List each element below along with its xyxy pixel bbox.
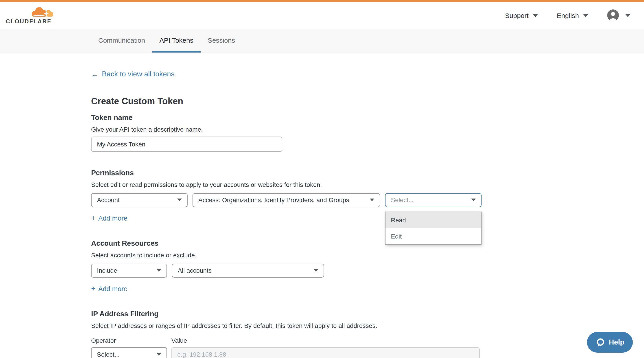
main-content: ← Back to view all tokens Create Custom … <box>0 53 644 358</box>
help-button[interactable]: Help <box>587 332 633 352</box>
cloudflare-cloud-icon <box>30 6 54 18</box>
ip-value-input[interactable] <box>172 347 480 358</box>
language-menu[interactable]: English <box>557 12 588 19</box>
ip-filtering-heading: IP Address Filtering <box>91 309 644 318</box>
chevron-down-icon <box>156 269 161 272</box>
plus-icon: + <box>91 214 96 222</box>
permission-scope-select[interactable]: Account <box>91 193 188 207</box>
account-menu[interactable] <box>607 10 630 21</box>
chevron-down-icon <box>177 199 182 201</box>
help-label: Help <box>609 338 624 346</box>
permissions-add-more-link[interactable]: + Add more <box>91 214 128 222</box>
operator-column: Operator Select... <box>91 337 167 358</box>
user-avatar-icon <box>607 10 619 21</box>
operator-label: Operator <box>91 337 167 344</box>
cloudflare-logo[interactable]: CLOUDFLARE <box>6 6 54 25</box>
token-name-description: Give your API token a descriptive name. <box>91 126 644 133</box>
access-level-value: Select... <box>391 196 414 203</box>
menu-option-read[interactable]: Read <box>386 212 481 228</box>
brand-top-strip <box>0 0 644 2</box>
chevron-down-icon <box>471 199 476 201</box>
add-more-label: Add more <box>98 284 128 292</box>
ip-filtering-section: IP Address Filtering Select IP addresses… <box>91 309 644 358</box>
value-label: Value <box>172 337 480 344</box>
tab-api-tokens[interactable]: API Tokens <box>152 29 200 53</box>
chevron-down-icon <box>314 269 318 272</box>
operator-select[interactable]: Select... <box>91 347 167 358</box>
header: CLOUDFLARE Support English <box>0 2 644 29</box>
accounts-value: All accounts <box>178 267 212 274</box>
account-resources-section: Account Resources Select accounts to inc… <box>91 239 644 293</box>
value-column: Value <box>172 337 480 358</box>
ip-filter-row: Operator Select... Value <box>91 337 644 358</box>
tab-communication[interactable]: Communication <box>91 29 152 53</box>
add-more-label: Add more <box>98 214 128 222</box>
permissions-description: Select edit or read permissions to apply… <box>91 181 644 188</box>
profile-tabbar: Communication API Tokens Sessions <box>0 29 644 53</box>
tab-sessions[interactable]: Sessions <box>200 29 242 53</box>
account-resources-select-row: Include All accounts <box>91 263 644 277</box>
chevron-down-icon <box>583 14 588 17</box>
cloudflare-dashboard-page: CLOUDFLARE Support English <box>0 0 644 358</box>
chevron-down-icon <box>625 14 630 17</box>
back-to-tokens-link[interactable]: ← Back to view all tokens <box>91 70 174 78</box>
permissions-select-row: Account Access: Organizations, Identity … <box>91 193 644 207</box>
access-level-select[interactable]: Select... <box>385 193 482 207</box>
menu-option-edit[interactable]: Edit <box>386 228 481 244</box>
include-exclude-select[interactable]: Include <box>91 263 167 277</box>
accounts-select[interactable]: All accounts <box>172 263 324 277</box>
left-arrow-icon: ← <box>91 70 99 78</box>
permissions-heading: Permissions <box>91 168 644 177</box>
account-resources-add-more-link[interactable]: + Add more <box>91 284 128 292</box>
permission-group-value: Access: Organizations, Identity Provider… <box>198 196 349 203</box>
support-label: Support <box>505 12 529 19</box>
token-name-heading: Token name <box>91 113 644 122</box>
chat-bubble-icon <box>595 337 605 347</box>
access-level-menu: Read Edit <box>385 211 482 245</box>
permissions-section: Permissions Select edit or read permissi… <box>91 168 644 222</box>
chevron-down-icon <box>533 14 538 17</box>
chevron-down-icon <box>370 199 374 201</box>
support-menu[interactable]: Support <box>505 12 538 19</box>
token-name-input[interactable] <box>91 136 282 152</box>
chevron-down-icon <box>156 353 161 355</box>
operator-value: Select... <box>97 350 120 358</box>
plus-icon: + <box>91 284 96 292</box>
token-name-section: Token name Give your API token a descrip… <box>91 113 644 152</box>
page-title: Create Custom Token <box>91 96 644 106</box>
cloudflare-wordmark: CLOUDFLARE <box>6 18 54 25</box>
permission-group-select[interactable]: Access: Organizations, Identity Provider… <box>192 193 380 207</box>
header-nav: Support English <box>505 10 631 21</box>
account-resources-heading: Account Resources <box>91 239 644 248</box>
language-label: English <box>557 12 579 19</box>
permission-scope-value: Account <box>97 196 120 203</box>
back-link-label: Back to view all tokens <box>102 70 174 78</box>
account-resources-description: Select accounts to include or exclude. <box>91 251 644 259</box>
ip-filtering-description: Select IP addresses or ranges of IP addr… <box>91 322 644 329</box>
access-level-select-wrap: Select... Read Edit <box>385 193 482 207</box>
include-exclude-value: Include <box>97 267 117 274</box>
